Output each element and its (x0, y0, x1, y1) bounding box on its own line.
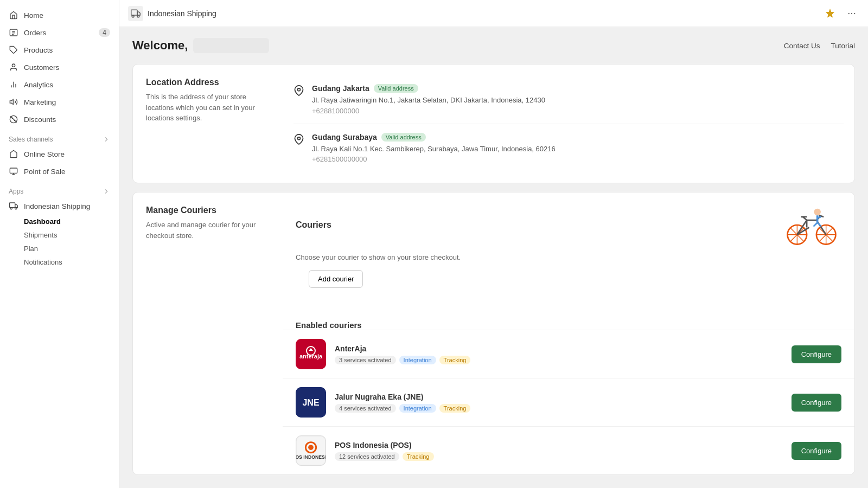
products-icon (9, 45, 18, 55)
anteraja-services-badge: 3 services activated (335, 356, 396, 364)
welcome-links: Contact Us Tutorial (784, 42, 855, 50)
sidebar-item-pos-label: Point of Sale (24, 168, 66, 176)
bike-illustration (782, 203, 841, 247)
welcome-section: Welcome, Contact Us Tutorial (132, 38, 855, 53)
page-content: Welcome, Contact Us Tutorial Location Ad… (119, 27, 868, 488)
location-card-desc: This is the address of your store locati… (146, 92, 261, 124)
svg-point-5 (12, 64, 15, 67)
add-courier-button[interactable]: Add courier (309, 270, 363, 288)
svg-text:anteraja: anteraja (299, 353, 323, 359)
location-pin-jakarta (293, 85, 304, 96)
location-card-layout: Location Address This is the address of … (133, 65, 854, 183)
sidebar-item-orders[interactable]: Orders 4 (0, 24, 119, 41)
location-card-left: Location Address This is the address of … (133, 65, 274, 183)
couriers-card-desc: Active and manage courier for your check… (146, 220, 261, 241)
sidebar-item-online-store[interactable]: Online Store (0, 145, 119, 163)
orders-badge: 4 (99, 28, 110, 37)
pos-info: POS Indonesia (POS) 12 services activate… (335, 441, 783, 461)
welcome-prefix: Welcome, (132, 38, 188, 53)
pos-configure-button[interactable]: Configure (792, 442, 841, 460)
sidebar-item-online-store-label: Online Store (24, 150, 65, 158)
sidebar-item-orders-label: Orders (24, 29, 46, 37)
discounts-icon (9, 114, 18, 124)
svg-point-25 (854, 12, 855, 14)
anteraja-configure-button[interactable]: Configure (792, 345, 841, 363)
sidebar-item-products[interactable]: Products (0, 41, 119, 59)
pin-icon[interactable] (822, 6, 838, 21)
svg-line-47 (818, 223, 821, 227)
location-addr-jakarta: Jl. Raya Jatiwaringin No.1, Jakarta Sela… (312, 95, 545, 106)
sidebar-item-pos[interactable]: Point of Sale (0, 163, 119, 180)
svg-point-19 (15, 208, 17, 209)
app-name: Indonesian Shipping (148, 9, 216, 18)
anteraja-integration-badge: Integration (399, 356, 436, 364)
sales-channels-label[interactable]: Sales channels (0, 128, 119, 145)
jne-configure-button[interactable]: Configure (792, 394, 841, 412)
anteraja-info: AnterAja 3 services activated Integratio… (335, 344, 783, 364)
orders-icon (9, 28, 18, 37)
marketing-icon (9, 97, 18, 107)
svg-line-48 (814, 223, 818, 227)
jne-tracking-badge: Tracking (439, 404, 471, 413)
sidebar-subitem-notifications[interactable]: Notifications (0, 255, 119, 269)
sidebar-item-discounts-label: Discounts (24, 115, 56, 124)
svg-marker-9 (10, 99, 13, 104)
anteraja-badges: 3 services activated Integration Trackin… (335, 356, 783, 364)
svg-point-22 (137, 15, 139, 17)
location-name-surabaya: Gudang Surabaya Valid address (312, 133, 556, 142)
jne-name: Jalur Nugraha Eka (JNE) (335, 393, 783, 401)
sidebar-item-marketing-label: Marketing (24, 98, 56, 106)
sidebar-item-indonesian-shipping[interactable]: Indonesian Shipping (0, 197, 119, 215)
manage-couriers-card: Manage Couriers Active and manage courie… (132, 192, 855, 475)
couriers-desc: Choose your courier to show on your stor… (283, 253, 854, 270)
app-logo: Indonesian Shipping (128, 6, 216, 21)
sidebar-subitem-dashboard[interactable]: Dashboard (0, 215, 119, 228)
couriers-card-right: Couriers (283, 192, 854, 474)
sidebar-item-home[interactable]: Home (0, 7, 119, 24)
location-phone-jakarta: +62881000000 (312, 107, 545, 115)
apps-label[interactable]: Apps (0, 180, 119, 197)
courier-row-pos: POS INDONESIA POS Indonesia (POS) 12 ser… (283, 426, 854, 474)
sidebar-subitem-shipments[interactable]: Shipments (0, 228, 119, 242)
shipping-icon (9, 201, 18, 211)
location-details-surabaya: Gudang Surabaya Valid address Jl. Raya K… (312, 133, 556, 164)
sidebar-item-indonesian-shipping-label: Indonesian Shipping (24, 202, 90, 210)
svg-text:POS INDONESIA: POS INDONESIA (296, 454, 326, 460)
courier-row-anteraja: anteraja AnterAja 3 services activated I… (283, 330, 854, 378)
sidebar-subitem-plan[interactable]: Plan (0, 242, 119, 255)
sidebar-item-products-label: Products (24, 46, 53, 54)
couriers-card-title: Manage Couriers (146, 206, 261, 215)
sidebar-item-discounts[interactable]: Discounts (0, 111, 119, 128)
sidebar-item-marketing[interactable]: Marketing (0, 93, 119, 111)
pos-services-badge: 12 services activated (335, 452, 399, 461)
analytics-icon (9, 80, 18, 89)
app-logo-icon (128, 6, 143, 21)
couriers-section-title: Couriers (296, 220, 331, 230)
jne-services-badge: 4 services activated (335, 404, 396, 413)
sidebar-item-analytics-label: Analytics (24, 81, 53, 89)
svg-line-12 (11, 117, 17, 123)
location-address-card: Location Address This is the address of … (132, 64, 855, 183)
svg-rect-14 (10, 168, 17, 173)
jne-info: Jalur Nugraha Eka (JNE) 4 services activ… (335, 393, 783, 413)
svg-rect-20 (131, 10, 137, 15)
more-options-icon[interactable] (844, 6, 859, 21)
anteraja-name: AnterAja (335, 344, 783, 353)
couriers-card-layout: Manage Couriers Active and manage courie… (133, 192, 854, 474)
home-icon (9, 10, 18, 20)
pos-name: POS Indonesia (POS) (335, 441, 783, 450)
couriers-header: Couriers (283, 192, 854, 253)
location-badge-jakarta: Valid address (374, 84, 418, 93)
svg-point-23 (848, 12, 850, 14)
svg-point-18 (10, 208, 12, 209)
sidebar-item-customers[interactable]: Customers (0, 59, 119, 76)
topbar-actions (822, 6, 859, 21)
contact-us-link[interactable]: Contact Us (784, 42, 820, 50)
anteraja-tracking-badge: Tracking (439, 356, 471, 364)
location-phone-surabaya: +6281500000000 (312, 155, 556, 163)
welcome-name-placeholder (193, 38, 269, 53)
tutorial-link[interactable]: Tutorial (831, 42, 855, 50)
main-content: Indonesian Shipping Welcome, Contact Us … (119, 0, 868, 488)
sidebar-item-analytics[interactable]: Analytics (0, 76, 119, 93)
svg-text:JNE: JNE (302, 398, 319, 407)
